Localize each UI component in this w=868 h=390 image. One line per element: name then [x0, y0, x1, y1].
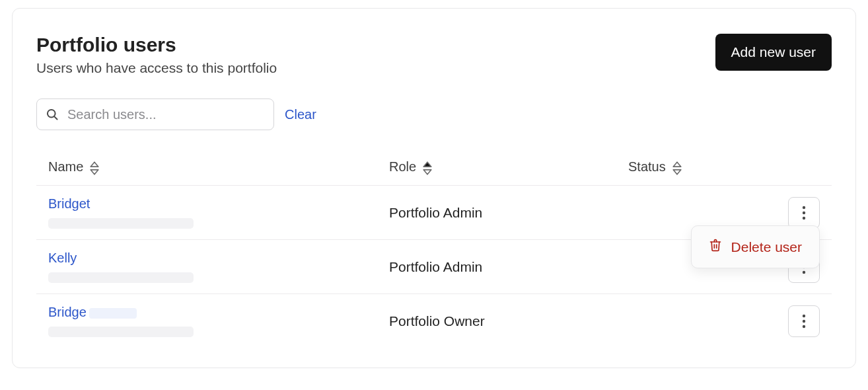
svg-point-12 — [803, 325, 805, 327]
card-header: Portfolio users Users who have access to… — [36, 34, 832, 76]
page-title: Portfolio users — [36, 34, 715, 56]
delete-user-menu-item[interactable]: Delete user — [697, 231, 814, 262]
actions-cell — [783, 197, 820, 229]
svg-line-1 — [54, 116, 57, 119]
role-cell: Portfolio Admin — [389, 259, 628, 275]
name-cell: Kelly — [48, 251, 389, 283]
portfolio-users-card: Portfolio users Users who have access to… — [12, 8, 856, 368]
search-input[interactable] — [36, 98, 274, 130]
clear-search-link[interactable]: Clear — [285, 107, 316, 122]
role-cell: Portfolio Admin — [389, 205, 628, 221]
redacted-text — [48, 272, 194, 283]
redacted-text — [48, 218, 194, 229]
row-actions-menu: Delete user — [691, 225, 820, 268]
name-cell: Bridge — [48, 305, 389, 337]
row-actions-button[interactable] — [788, 197, 820, 229]
column-header-status[interactable]: Status — [628, 159, 783, 175]
column-header-status-label: Status — [628, 159, 666, 175]
add-user-button[interactable]: Add new user — [715, 34, 832, 71]
user-name-link[interactable]: Kelly — [48, 251, 77, 266]
table-row: BridgetPortfolio AdminDelete user — [36, 186, 832, 240]
users-table: Name Role Status BridgetPortfolio AdminD… — [36, 159, 832, 348]
actions-cell — [783, 305, 820, 337]
column-header-role-label: Role — [389, 159, 416, 175]
svg-point-2 — [803, 206, 805, 208]
user-name-link[interactable]: Bridget — [48, 196, 90, 212]
header-text: Portfolio users Users who have access to… — [36, 34, 715, 76]
column-header-role[interactable]: Role — [389, 159, 628, 175]
page-subtitle: Users who have access to this portfolio — [36, 60, 715, 76]
user-name-link[interactable]: Bridge — [48, 305, 137, 320]
column-header-name[interactable]: Name — [48, 159, 389, 175]
table-row: BridgePortfolio Owner — [36, 294, 832, 348]
redacted-text — [89, 308, 137, 319]
column-header-name-label: Name — [48, 159, 83, 175]
name-cell: Bridget — [48, 196, 389, 229]
sort-icon — [672, 161, 682, 173]
search-icon — [46, 108, 59, 121]
svg-point-3 — [803, 211, 805, 214]
role-cell: Portfolio Owner — [389, 313, 628, 329]
table-header: Name Role Status — [36, 159, 832, 186]
svg-point-11 — [803, 319, 805, 322]
row-actions-button[interactable] — [788, 305, 820, 337]
svg-point-4 — [803, 216, 805, 219]
delete-user-label: Delete user — [731, 239, 802, 255]
trash-icon — [709, 238, 722, 256]
sort-icon — [423, 161, 432, 173]
redacted-text — [48, 327, 194, 337]
search-wrap — [36, 98, 274, 130]
svg-point-9 — [803, 270, 805, 273]
sort-icon — [90, 161, 99, 173]
svg-point-10 — [803, 314, 805, 317]
search-row: Clear — [36, 98, 832, 130]
